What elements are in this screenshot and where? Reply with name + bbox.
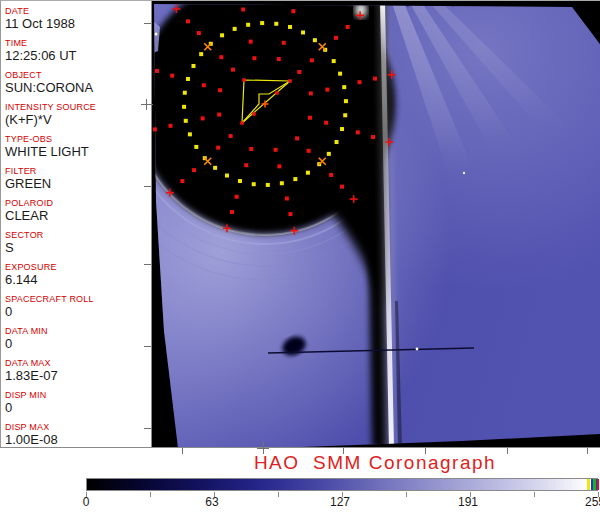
- axis-tick: [343, 448, 344, 454]
- bright-point: [416, 348, 419, 351]
- smm-coronagraph-viewer: DATE 11 Oct 1988 TIME 12:25:06 UT OBJECT…: [0, 0, 600, 512]
- metadata-panel: DATE 11 Oct 1988 TIME 12:25:06 UT OBJECT…: [1, 1, 150, 448]
- metadata-field-data-min: DATA MIN 0: [5, 326, 149, 351]
- metadata-field-sector: SECTOR S: [5, 230, 149, 255]
- field-value: 6.144: [5, 272, 149, 287]
- field-value: 1.00E-08: [5, 432, 149, 447]
- field-label: EXPOSURE: [5, 262, 149, 272]
- field-label: DATA MAX: [5, 358, 149, 368]
- metadata-field-type-obs: TYPE-OBS WHITE LIGHT: [5, 134, 149, 159]
- caption-title: HAO SMM Coronagraph: [150, 452, 600, 474]
- field-value: 11 Oct 1988: [5, 16, 149, 31]
- axis-major-tick: [263, 442, 264, 454]
- colorbar-tick-label: 0: [83, 495, 90, 509]
- field-value: CLEAR: [5, 208, 149, 223]
- field-value: WHITE LIGHT: [5, 144, 149, 159]
- field-label: DATE: [5, 6, 149, 16]
- corner-bright-dot: [155, 33, 158, 36]
- field-label: TIME: [5, 38, 149, 48]
- colorbar-tick: [278, 492, 279, 497]
- colorbar-end-stripe: [597, 479, 599, 490]
- axis-tick: [425, 448, 426, 454]
- field-label: TYPE-OBS: [5, 134, 149, 144]
- axis-major-tick: [146, 99, 147, 110]
- figure-bottom-border: [0, 447, 600, 448]
- field-value: S: [5, 240, 149, 255]
- field-label: POLAROID: [5, 198, 149, 208]
- colorbar-tick: [534, 492, 535, 497]
- metadata-field-filter: FILTER GREEN: [5, 166, 149, 191]
- metadata-field-spacecraft-roll: SPACECRAFT ROLL 0: [5, 294, 149, 319]
- colorbar-tick: [406, 492, 407, 497]
- axis-tick: [144, 264, 151, 265]
- field-label: DISP MIN: [5, 390, 149, 400]
- field-label: FILTER: [5, 166, 149, 176]
- metadata-field-time: TIME 12:25:06 UT: [5, 38, 149, 63]
- metadata-field-polaroid: POLAROID CLEAR: [5, 198, 149, 223]
- metadata-field-intensity-source: INTENSITY SOURCE (K+F)*V: [5, 102, 149, 127]
- field-value: (K+F)*V: [5, 112, 149, 127]
- colorbar-tick-label: 63: [205, 495, 218, 509]
- axis-major-tick: [141, 104, 153, 105]
- data-frame: [152, 1, 600, 448]
- colorbar-tick-label: 255: [585, 495, 600, 509]
- axis-tick: [587, 448, 588, 454]
- metadata-field-object: OBJECT SUN:CORONA: [5, 70, 149, 95]
- colorbar-tick-label: 191: [458, 495, 478, 509]
- axis-tick: [144, 23, 151, 24]
- axis-tick: [144, 186, 151, 187]
- colorbar-tick-label: 127: [330, 495, 350, 509]
- field-label: SECTOR: [5, 230, 149, 240]
- metadata-field-date: DATE 11 Oct 1988: [5, 6, 149, 31]
- coronagraph-image[interactable]: [151, 1, 600, 448]
- axis-tick: [144, 346, 151, 347]
- field-label: INTENSITY SOURCE: [5, 102, 149, 112]
- metadata-field-data-max: DATA MAX 1.83E-07: [5, 358, 149, 383]
- axis-tick: [182, 448, 183, 454]
- bright-point: [463, 172, 465, 174]
- colorbar-tick: [150, 492, 151, 497]
- field-label: SPACECRAFT ROLL: [5, 294, 149, 304]
- axis-tick: [144, 428, 151, 429]
- metadata-field-exposure: EXPOSURE 6.144: [5, 262, 149, 287]
- metadata-field-disp-min: DISP MIN 0: [5, 390, 149, 415]
- coronagraph-svg: [152, 1, 600, 448]
- metadata-field-disp-max: DISP MAX 1.00E-08: [5, 422, 149, 447]
- field-value: 12:25:06 UT: [5, 48, 149, 63]
- field-value: GREEN: [5, 176, 149, 191]
- field-label: DATA MIN: [5, 326, 149, 336]
- axis-tick: [507, 448, 508, 454]
- field-label: OBJECT: [5, 70, 149, 80]
- field-value: 0: [5, 336, 149, 351]
- field-value: 1.83E-07: [5, 368, 149, 383]
- field-value: 0: [5, 400, 149, 415]
- figure-frame: DATE 11 Oct 1988 TIME 12:25:06 UT OBJECT…: [0, 0, 600, 447]
- field-value: SUN:CORONA: [5, 80, 149, 95]
- field-value: 0: [5, 304, 149, 319]
- colorbar: [86, 478, 598, 491]
- field-label: DISP MAX: [5, 422, 149, 432]
